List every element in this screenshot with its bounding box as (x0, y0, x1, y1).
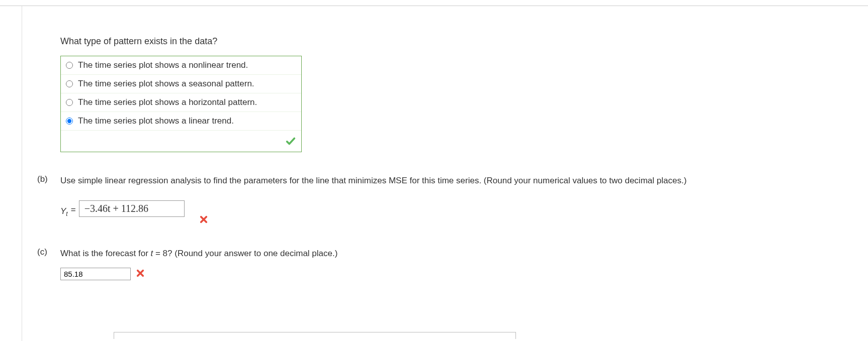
cross-icon (199, 215, 208, 226)
regression-answer-input[interactable]: −3.46t + 112.86 (79, 200, 185, 217)
radio-input-1[interactable] (66, 62, 73, 69)
cross-icon (136, 269, 145, 280)
radio-option-3[interactable]: The time series plot shows a horizontal … (61, 93, 301, 112)
radio-label-3: The time series plot shows a horizontal … (78, 97, 257, 107)
bottom-partial-box (114, 332, 516, 339)
part-c-label: (c) (37, 247, 60, 257)
part-c-prompt: What is the forecast for t = 8? (Round y… (60, 247, 838, 260)
radio-input-3[interactable] (66, 99, 73, 106)
part-b-prompt: Use simple linear regression analysis to… (60, 174, 838, 187)
radio-label-1: The time series plot shows a nonlinear t… (78, 60, 248, 70)
radio-option-4[interactable]: The time series plot shows a linear tren… (61, 112, 301, 131)
radio-label-4: The time series plot shows a linear tren… (78, 116, 234, 126)
y-sub-t: Yt (60, 206, 68, 217)
check-icon (285, 136, 296, 149)
question-a-prompt: What type of pattern exists in the data? (60, 36, 838, 47)
radio-input-4[interactable] (66, 118, 73, 125)
top-divider (0, 0, 868, 6)
left-divider (22, 6, 22, 341)
radio-option-1[interactable]: The time series plot shows a nonlinear t… (61, 56, 301, 75)
radio-option-2[interactable]: The time series plot shows a seasonal pa… (61, 75, 301, 93)
radio-input-2[interactable] (66, 80, 73, 87)
radio-group-pattern: The time series plot shows a nonlinear t… (60, 56, 302, 152)
equals-sign: = (71, 205, 76, 215)
part-b-label: (b) (37, 174, 60, 184)
radio-label-2: The time series plot shows a seasonal pa… (78, 79, 254, 89)
forecast-answer-input[interactable] (60, 268, 131, 280)
